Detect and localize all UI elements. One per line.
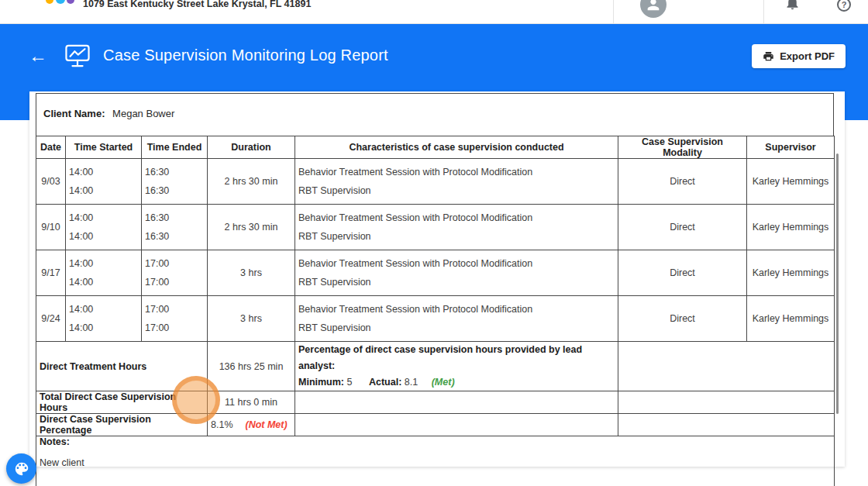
cell-time-ended: 17:00 17:00 xyxy=(142,296,208,342)
page-title: Case Supervision Monitoring Log Report xyxy=(103,47,388,64)
summary-row-supervision-percentage: Direct Case Supervision Percentage 8.1%(… xyxy=(36,414,835,436)
notes-cell: Notes: New client xyxy=(36,436,835,486)
col-header-time-ended: Time Ended xyxy=(142,136,208,159)
topbar-divider xyxy=(763,0,764,24)
notes-label: Notes: xyxy=(40,436,831,447)
actual-label: Actual: xyxy=(369,377,401,388)
direct-treatment-hours-value: 136 hrs 25 min xyxy=(208,342,295,391)
cell-supervisor: Karley Hemmings xyxy=(747,159,835,205)
back-button[interactable]: ← xyxy=(28,47,48,65)
export-pdf-label: Export PDF xyxy=(780,50,835,62)
cell-modality: Direct xyxy=(618,205,747,250)
minimum-value: 5 xyxy=(347,377,353,388)
supervision-log-table: Date Time Started Time Ended Duration Ch… xyxy=(36,136,835,486)
empty-cell xyxy=(295,414,618,436)
cell-modality: Direct xyxy=(618,250,747,296)
cell-modality: Direct xyxy=(618,159,747,205)
table-row: 9/17 14:00 14:00 17:00 17:00 3 hrs Behav… xyxy=(36,250,835,296)
supervision-percentage-label: Direct Case Supervision Percentage xyxy=(36,414,208,436)
table-scrollbar[interactable] xyxy=(836,153,839,414)
office-address: 1079 East Kentucky Street Lake Krystal, … xyxy=(83,0,311,9)
cell-time-ended: 16:30 16:30 xyxy=(142,205,208,250)
supervision-percentage-cell: 8.1%(Not Met) xyxy=(208,414,295,436)
client-name-value: Megan Bower xyxy=(112,108,174,119)
client-name-row: Client Name: Megan Bower xyxy=(36,93,834,136)
report-chart-icon xyxy=(64,43,91,68)
report-box: Client Name: Megan Bower Date Time Start… xyxy=(36,93,834,486)
cell-duration: 2 hrs 30 min xyxy=(208,205,295,250)
cell-time-started: 14:00 14:00 xyxy=(66,296,142,342)
topbar: 1079 East Kentucky Street Lake Krystal, … xyxy=(0,0,868,24)
lead-analyst-percentage-cell: Percentage of direct case supervision ho… xyxy=(295,342,618,391)
cell-modality: Direct xyxy=(618,296,747,342)
total-supervision-hours-value: 11 hrs 0 min xyxy=(208,391,295,414)
table-header-row: Date Time Started Time Ended Duration Ch… xyxy=(36,136,835,159)
cell-duration: 3 hrs xyxy=(208,250,295,296)
notes-value: New client xyxy=(40,457,84,468)
empty-cell xyxy=(618,342,835,391)
page-header-row: ← Case Supervision Monitoring Log Report xyxy=(0,24,868,87)
col-header-date: Date xyxy=(36,136,66,159)
topbar-divider xyxy=(613,0,614,24)
cell-date: 9/03 xyxy=(36,159,66,205)
cell-characteristics: Behavior Treatment Session with Protocol… xyxy=(295,250,618,296)
table-row: 9/24 14:00 14:00 17:00 17:00 3 hrs Behav… xyxy=(36,296,835,342)
col-header-modality: Case Supervision Modality xyxy=(618,136,747,159)
printer-icon xyxy=(763,50,774,62)
col-header-time-started: Time Started xyxy=(66,136,142,159)
export-pdf-button[interactable]: Export PDF xyxy=(752,44,846,68)
direct-treatment-hours-label: Direct Treatment Hours xyxy=(36,342,208,391)
not-met-status-badge: (Not Met) xyxy=(246,419,288,430)
col-header-characteristics: Characteristics of case supervision cond… xyxy=(295,136,618,159)
empty-cell xyxy=(618,391,835,414)
person-icon xyxy=(645,0,662,13)
client-name-label: Client Name: xyxy=(43,108,105,119)
minimum-label: Minimum: xyxy=(298,377,344,388)
report-card: Client Name: Megan Bower Date Time Start… xyxy=(29,91,845,467)
cell-time-started: 14:00 14:00 xyxy=(66,250,142,296)
cell-characteristics: Behavior Treatment Session with Protocol… xyxy=(295,296,618,342)
cell-characteristics: Behavior Treatment Session with Protocol… xyxy=(295,205,618,250)
notes-row: Notes: New client xyxy=(36,436,835,486)
help-icon[interactable]: ? xyxy=(837,0,851,12)
summary-row-total-supervision: Total Direct Case Supervision Hours 11 h… xyxy=(36,391,835,414)
cell-duration: 3 hrs xyxy=(208,296,295,342)
lead-analyst-heading: Percentage of direct case supervision ho… xyxy=(298,344,582,371)
app-logo[interactable] xyxy=(45,0,76,12)
user-avatar[interactable] xyxy=(640,0,666,18)
summary-row-direct-treatment: Direct Treatment Hours 136 hrs 25 min Pe… xyxy=(36,342,835,391)
met-status-badge: (Met) xyxy=(432,377,455,388)
cell-date: 9/24 xyxy=(36,296,66,342)
cell-supervisor: Karley Hemmings xyxy=(747,250,835,296)
actual-value: 8.1 xyxy=(405,377,418,388)
cell-supervisor: Karley Hemmings xyxy=(747,296,835,342)
cell-date: 9/10 xyxy=(36,205,66,250)
cell-time-started: 14:00 14:00 xyxy=(66,159,142,205)
theme-palette-button[interactable] xyxy=(6,453,36,484)
empty-cell xyxy=(295,391,618,414)
empty-cell xyxy=(618,414,835,436)
cell-supervisor: Karley Hemmings xyxy=(747,205,835,250)
col-header-duration: Duration xyxy=(208,136,295,159)
table-row: 9/03 14:00 14:00 16:30 16:30 2 hrs 30 mi… xyxy=(36,159,835,205)
supervision-percentage-value: 8.1% xyxy=(211,419,233,430)
notifications-bell-icon[interactable] xyxy=(784,0,801,14)
cell-characteristics: Behavior Treatment Session with Protocol… xyxy=(295,159,618,205)
total-supervision-hours-label: Total Direct Case Supervision Hours xyxy=(36,391,208,414)
cell-time-ended: 16:30 16:30 xyxy=(142,159,208,205)
cell-time-ended: 17:00 17:00 xyxy=(142,250,208,296)
cell-date: 9/17 xyxy=(36,250,66,296)
col-header-supervisor: Supervisor xyxy=(747,136,835,159)
cell-time-started: 14:00 14:00 xyxy=(66,205,142,250)
cell-duration: 2 hrs 30 min xyxy=(208,159,295,205)
table-row: 9/10 14:00 14:00 16:30 16:30 2 hrs 30 mi… xyxy=(36,205,835,250)
palette-icon xyxy=(13,460,30,477)
